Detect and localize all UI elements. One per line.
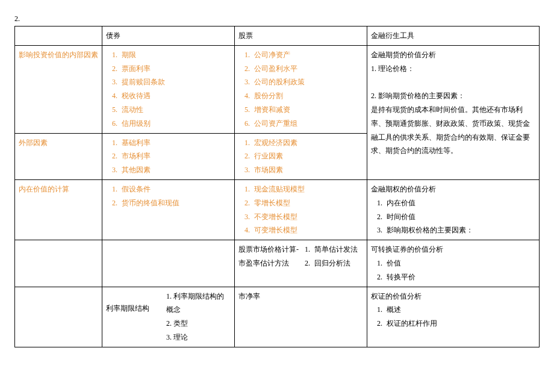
list-item: 回归分析法	[312, 257, 363, 270]
list-item: 宏观经济因素	[252, 136, 363, 150]
list-item: 市场利率	[119, 149, 231, 163]
row5-bonds-left: 利率期限结构	[106, 290, 166, 344]
deriv-block1-line2: 2. 影响期货价格的主要因素：	[371, 89, 535, 103]
row-term-structure: 利率期限结构 1. 利率期限结构的概念 2. 类型 3. 理论 市净率 权证的价…	[15, 287, 540, 347]
list-item: 提前赎回条款	[119, 75, 231, 89]
list-item: 行业因素	[252, 149, 363, 163]
main-table: 债券 股票 金融衍生工具 影响投资价值的内部因素 期限 票面利率 提前赎回条款 …	[14, 26, 540, 347]
row1-stocks: 公司净资产 公司盈利水平 公司的股利政策 股份分割 增资和减资 公司资产重组	[235, 45, 367, 133]
header-col1	[15, 26, 102, 46]
deriv-block1: 金融期货的价值分析 1. 理论价格： 2. 影响期货价格的主要因素： 是持有现货…	[367, 45, 540, 179]
row2-label: 外部因素	[15, 133, 102, 179]
list-item: 时间价值	[384, 210, 535, 224]
list-item: 权证的杠杆作用	[384, 317, 535, 331]
list-item: 概述	[384, 303, 535, 317]
list-item: 现金流贴现模型	[252, 182, 363, 196]
list-item: 内在价值	[384, 196, 535, 210]
header-col2: 债券	[102, 26, 235, 46]
row3-stocks: 现金流贴现模型 零增长模型 不变增长模型 可变增长模型	[235, 179, 367, 240]
row5-stocks: 市净率	[235, 287, 367, 347]
list-item: 公司盈利水平	[252, 62, 363, 76]
list-item: 公司资产重组	[252, 117, 363, 131]
row4-deriv-title: 可转换证券的价值分析	[371, 243, 535, 257]
list-item: 股份分割	[252, 89, 363, 103]
list-item: 公司的股利政策	[252, 75, 363, 89]
row2-stocks: 宏观经济因素 行业因素 市场因素	[235, 133, 367, 179]
header-col4: 金融衍生工具	[367, 26, 540, 46]
list-item: 期限	[119, 48, 231, 62]
row-internal-factors: 影响投资价值的内部因素 期限 票面利率 提前赎回条款 税收待遇 流动性 信用级别…	[15, 45, 540, 133]
row4-col1	[15, 240, 102, 287]
list-item: 转换平价	[384, 270, 535, 284]
row4-stocks-left: 股票市场价格计算-市盈率估计方法	[238, 243, 299, 270]
list-item: 市场因素	[252, 163, 363, 177]
row5-bonds: 利率期限结构 1. 利率期限结构的概念 2. 类型 3. 理论	[102, 287, 235, 347]
list-item: 信用级别	[119, 117, 231, 131]
row5-col1	[15, 287, 102, 347]
deriv-block1-body: 是持有现货的成本和时间价值。其他还有市场利率、预期通货膨胀、财政政策、货币政策、…	[371, 103, 535, 158]
list-item: 基础利率	[119, 136, 231, 150]
row-price-pe: 股票市场价格计算-市盈率估计方法 简单估计发法 回归分析法 可转换证券的价值分析…	[15, 240, 540, 287]
list-item: 票面利率	[119, 62, 231, 76]
row1-label: 影响投资价值的内部因素	[15, 45, 102, 133]
list-item: 假设条件	[119, 182, 231, 196]
row5-deriv-title: 权证的价值分析	[371, 290, 535, 303]
row4-deriv: 可转换证券的价值分析 价值 转换平价	[367, 240, 540, 287]
list-item: 货币的终值和现值	[119, 196, 231, 210]
row4-col2	[102, 240, 235, 287]
row1-bonds: 期限 票面利率 提前赎回条款 税收待遇 流动性 信用级别	[102, 45, 235, 133]
list-item: 可变增长模型	[252, 223, 363, 237]
list-item: 税收待遇	[119, 89, 231, 103]
header-row: 债券 股票 金融衍生工具	[15, 26, 540, 46]
deriv-block1-line1: 1. 理论价格：	[371, 62, 535, 76]
list-item: 影响期权价格的主要因素：	[384, 223, 535, 237]
list-item: 流动性	[119, 103, 231, 117]
deriv-block1-title: 金融期货的价值分析	[371, 48, 535, 62]
list-item: 2. 类型	[166, 317, 231, 331]
row4-stocks: 股票市场价格计算-市盈率估计方法 简单估计发法 回归分析法	[235, 240, 367, 287]
list-item: 3. 理论	[166, 331, 231, 344]
row3-bonds: 假设条件 货币的终值和现值	[102, 179, 235, 240]
list-item: 增资和减资	[252, 103, 363, 117]
list-item: 公司净资产	[252, 48, 363, 62]
page-number: 2.	[14, 14, 540, 23]
row-intrinsic-value: 内在价值的计算 假设条件 货币的终值和现值 现金流贴现模型 零增长模型 不变增长…	[15, 179, 540, 240]
header-col3: 股票	[235, 26, 367, 46]
list-item: 简单估计发法	[312, 243, 363, 257]
list-item: 价值	[384, 257, 535, 270]
row3-deriv: 金融期权的价值分析 内在价值 时间价值 影响期权价格的主要因素：	[367, 179, 540, 240]
row3-label: 内在价值的计算	[15, 179, 102, 240]
row3-deriv-title: 金融期权的价值分析	[371, 182, 535, 196]
row5-deriv: 权证的价值分析 概述 权证的杠杆作用	[367, 287, 540, 347]
list-item: 零增长模型	[252, 196, 363, 210]
list-item: 不变增长模型	[252, 210, 363, 224]
list-item: 其他因素	[119, 163, 231, 177]
row2-bonds: 基础利率 市场利率 其他因素	[102, 133, 235, 179]
list-item: 1. 利率期限结构的概念	[166, 290, 231, 317]
